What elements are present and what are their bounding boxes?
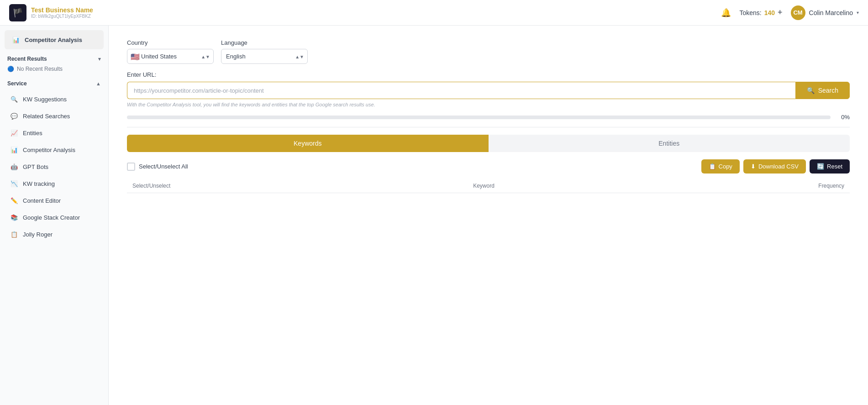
- recent-results-header[interactable]: Recent Results ▾: [0, 51, 108, 64]
- select-all-label[interactable]: Select/Unselect All: [139, 163, 188, 170]
- hint-text: With the Competitor Analysis tool, you w…: [127, 102, 850, 107]
- sidebar-item-label: Competitor Analysis: [23, 147, 75, 153]
- sidebar-item-label: Related Searches: [23, 113, 70, 120]
- sidebar-item-competitor-analysis[interactable]: 📊 Competitor Analysis: [3, 142, 105, 158]
- table-actions: Select/Unselect All 📋 Copy ⬇ Download CS…: [127, 159, 850, 174]
- main-content: Country 🇺🇸 United States ▲▼ Language Eng…: [109, 26, 868, 405]
- progress-percentage: 0%: [836, 114, 850, 121]
- content-editor-icon: ✏️: [10, 196, 18, 205]
- sidebar-item-gpt-bots[interactable]: 🤖 GPT Bots: [3, 158, 105, 175]
- service-section-header[interactable]: Service ▲: [0, 76, 108, 89]
- service-chevron-icon: ▲: [96, 81, 101, 86]
- tokens-label: Tokens:: [739, 9, 761, 16]
- jolly-roger-icon: 📋: [10, 230, 18, 238]
- sidebar-item-kw-tracking[interactable]: 📉 KW tracking: [3, 175, 105, 192]
- country-select[interactable]: United States: [127, 49, 214, 64]
- recent-results-label: Recent Results: [7, 56, 47, 62]
- layout: 📊 Competitor Analysis Recent Results ▾ 🔵…: [0, 26, 868, 405]
- tokens-count: 140: [764, 9, 775, 16]
- tab-keywords[interactable]: Keywords: [127, 135, 489, 152]
- add-tokens-button[interactable]: +: [778, 8, 783, 17]
- tokens-area: Tokens: 140 +: [739, 8, 782, 17]
- country-group: Country 🇺🇸 United States ▲▼: [127, 39, 214, 64]
- sidebar-item-label: GPT Bots: [23, 163, 48, 170]
- col-header-frequency: Frequency: [780, 183, 844, 189]
- form-row-country-language: Country 🇺🇸 United States ▲▼ Language Eng…: [127, 39, 850, 64]
- language-select[interactable]: English: [221, 49, 308, 64]
- sidebar-item-related-searches[interactable]: 💬 Related Searches: [3, 108, 105, 124]
- notification-button[interactable]: 🔔: [721, 8, 731, 18]
- entities-icon: 📈: [10, 129, 18, 137]
- sidebar-item-google-stack-creator[interactable]: 📚 Google Stack Creator: [3, 209, 105, 226]
- kw-tracking-icon: 📉: [10, 179, 18, 188]
- sidebar-active-competitor-analysis[interactable]: 📊 Competitor Analysis: [5, 30, 104, 49]
- sidebar-item-content-editor[interactable]: ✏️ Content Editor: [3, 192, 105, 209]
- recent-results-chevron-icon: ▾: [98, 56, 101, 62]
- avatar: CM: [791, 5, 805, 20]
- sidebar-item-label: Google Stack Creator: [23, 214, 80, 221]
- url-input[interactable]: [127, 82, 795, 99]
- language-group: Language English ▲▼: [221, 39, 308, 64]
- select-all-area: Select/Unselect All: [127, 163, 188, 171]
- copy-icon: 📋: [709, 163, 716, 170]
- recent-results-content: 🔵 No Recent Results: [0, 64, 108, 76]
- google-stack-creator-icon: 📚: [10, 213, 18, 221]
- sidebar-item-entities[interactable]: 📈 Entities: [3, 125, 105, 141]
- url-input-row: 🔍 Search: [127, 82, 850, 99]
- user-chevron-icon: ▾: [857, 10, 859, 15]
- logo-icon: 🏴: [13, 8, 23, 18]
- copy-button[interactable]: 📋 Copy: [701, 159, 740, 174]
- brand-area: 🏴 Test Business Name ID: bWlk2guQLT1IyEp…: [9, 4, 93, 21]
- progress-row: 0%: [127, 114, 850, 121]
- sidebar: 📊 Competitor Analysis Recent Results ▾ 🔵…: [0, 26, 109, 405]
- tab-entities[interactable]: Entities: [489, 135, 850, 152]
- download-csv-button[interactable]: ⬇ Download CSV: [743, 159, 806, 174]
- top-header: 🏴 Test Business Name ID: bWlk2guQLT1IyEp…: [0, 0, 868, 26]
- download-btn-label: Download CSV: [758, 163, 799, 170]
- gpt-bots-icon: 🤖: [10, 163, 18, 171]
- sidebar-item-jolly-roger[interactable]: 📋 Jolly Roger: [3, 226, 105, 242]
- table-header: Select/Unselect Keyword Frequency: [127, 179, 850, 193]
- col-header-select: Select/Unselect: [132, 183, 187, 189]
- sidebar-item-label: Entities: [23, 130, 42, 137]
- sidebar-item-label: Jolly Roger: [23, 231, 53, 238]
- reset-button[interactable]: 🔄 Reset: [810, 159, 850, 174]
- action-buttons: 📋 Copy ⬇ Download CSV 🔄 Reset: [701, 159, 850, 174]
- progress-bar-track: [127, 116, 831, 119]
- service-label: Service: [7, 80, 27, 87]
- reset-btn-label: Reset: [827, 163, 842, 170]
- kw-suggestions-icon: 🔍: [10, 95, 18, 103]
- user-area[interactable]: CM Colin Marcelino ▾: [791, 5, 859, 20]
- search-icon: 🔍: [807, 87, 815, 94]
- sidebar-item-kw-suggestions[interactable]: 🔍 KW Suggestions: [3, 91, 105, 107]
- no-recent-text: No Recent Results: [17, 66, 63, 72]
- user-name: Colin Marcelino: [809, 9, 853, 16]
- reset-icon: 🔄: [817, 163, 824, 170]
- brand-logo: 🏴: [9, 4, 26, 21]
- sidebar-active-label: Competitor Analysis: [25, 37, 82, 43]
- no-recent-icon: 🔵: [7, 66, 14, 72]
- brand-name: Test Business Name: [31, 6, 93, 14]
- country-label: Country: [127, 39, 214, 46]
- language-select-wrapper: English ▲▼: [221, 49, 308, 64]
- sidebar-item-label: Content Editor: [23, 197, 61, 204]
- header-right: 🔔 Tokens: 140 + CM Colin Marcelino ▾: [721, 5, 859, 20]
- brand-id: ID: bWlk2guQLT1IyEpXFBKZ: [31, 14, 93, 19]
- search-btn-label: Search: [818, 87, 838, 94]
- select-all-checkbox[interactable]: [127, 163, 135, 171]
- related-searches-icon: 💬: [10, 112, 18, 120]
- download-icon: ⬇: [751, 163, 756, 170]
- competitor-analysis-icon: 📊: [12, 36, 20, 44]
- tabs-row: KeywordsEntities: [127, 135, 850, 152]
- competitor-analysis-icon: 📊: [10, 146, 18, 154]
- copy-btn-label: Copy: [719, 163, 732, 170]
- brand-text: Test Business Name ID: bWlk2guQLT1IyEpXF…: [31, 6, 93, 19]
- sidebar-item-label: KW tracking: [23, 180, 55, 187]
- divider: [127, 127, 850, 127]
- search-button[interactable]: 🔍 Search: [795, 82, 850, 99]
- sidebar-item-label: KW Suggestions: [23, 96, 67, 103]
- service-list: 🔍 KW Suggestions 💬 Related Searches 📈 En…: [0, 89, 108, 245]
- country-select-wrapper: 🇺🇸 United States ▲▼: [127, 49, 214, 64]
- url-section: Enter URL: 🔍 Search With the Competitor …: [127, 71, 850, 107]
- no-recent-results: 🔵 No Recent Results: [7, 66, 101, 72]
